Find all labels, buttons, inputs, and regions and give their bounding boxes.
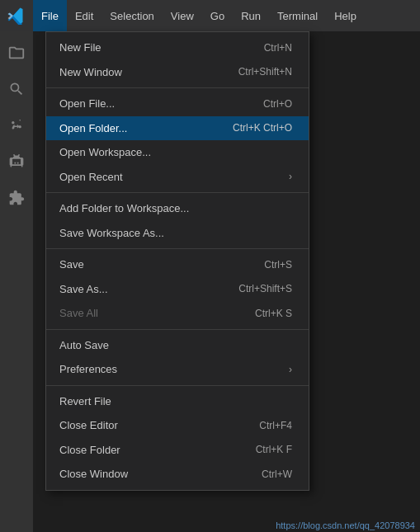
separator-3 [46,248,309,249]
separator-4 [46,329,309,330]
source-control-icon[interactable] [0,109,33,142]
menu-open-recent[interactable]: Open Recent › [46,165,309,190]
separator-2 [46,192,309,193]
separator-5 [46,385,309,386]
files-icon[interactable] [0,36,33,69]
menu-view[interactable]: View [163,0,202,31]
menu-terminal[interactable]: Terminal [269,0,326,31]
menu-open-file[interactable]: Open File... Ctrl+O [46,92,309,116]
menu-selection[interactable]: Selection [101,0,162,31]
watermark: https://blog.csdn.net/qq_42078934 [276,520,415,530]
sidebar [0,31,33,532]
menu-open-workspace[interactable]: Open Workspace... [46,140,309,165]
menu-add-folder[interactable]: Add Folder to Workspace... [46,196,309,221]
menu-save-workspace-as[interactable]: Save Workspace As... [46,221,309,246]
search-icon[interactable] [0,73,33,106]
menu-preferences[interactable]: Preferences › [46,357,309,382]
menu-close-window[interactable]: Close Window Ctrl+W [46,462,309,487]
extensions-icon[interactable] [0,181,33,214]
menu-run[interactable]: Run [233,0,269,31]
menu-bar: File Edit Selection View Go Run Terminal… [0,0,420,31]
debug-icon[interactable] [0,145,33,178]
menu-new-window[interactable]: New Window Ctrl+Shift+N [46,60,309,85]
menu-help[interactable]: Help [326,0,365,31]
menu-auto-save[interactable]: Auto Save [46,333,309,358]
menu-save[interactable]: Save Ctrl+S [46,252,309,277]
menu-new-file[interactable]: New File Ctrl+N [46,35,309,60]
menu-save-all: Save All Ctrl+K S [46,301,309,326]
separator-1 [46,87,309,88]
menu-save-as[interactable]: Save As... Ctrl+Shift+S [46,277,309,302]
menu-close-editor[interactable]: Close Editor Ctrl+F4 [46,413,309,438]
vscode-logo [7,7,25,25]
menu-open-folder[interactable]: Open Folder... Ctrl+K Ctrl+O [46,116,309,141]
menu-file[interactable]: File [33,0,67,31]
file-dropdown-menu: New File Ctrl+N New Window Ctrl+Shift+N … [45,31,309,491]
menu-close-folder[interactable]: Close Folder Ctrl+K F [46,438,309,463]
menu-go[interactable]: Go [202,0,233,31]
menu-revert-file[interactable]: Revert File [46,389,309,414]
menu-edit[interactable]: Edit [67,0,101,31]
